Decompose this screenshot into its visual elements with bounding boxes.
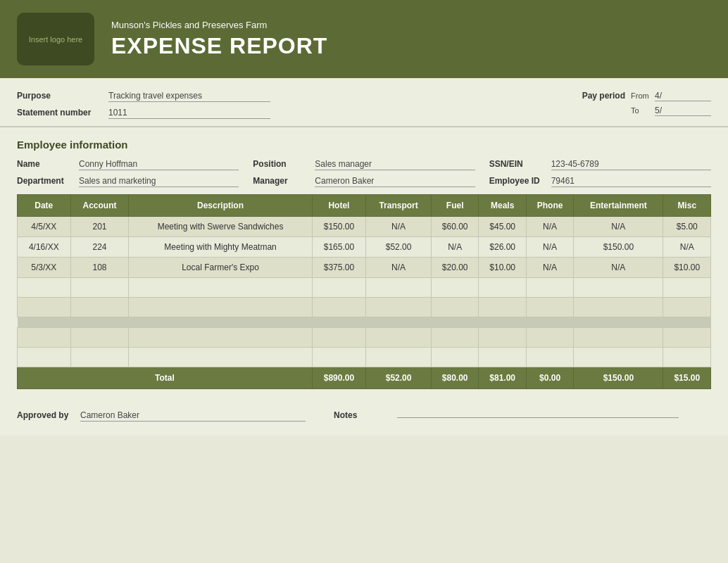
col-account: Account bbox=[70, 195, 129, 217]
table-row: 4/16/XX 224 Meeting with Mighty Meatman … bbox=[18, 237, 711, 258]
purpose-row: Purpose Tracking travel expenses bbox=[17, 91, 270, 102]
meta-section: Purpose Tracking travel expenses Stateme… bbox=[0, 78, 728, 127]
department-label: Department bbox=[17, 176, 73, 186]
row1-misc: $5.00 bbox=[663, 217, 711, 237]
row1-account: 201 bbox=[70, 217, 129, 237]
employee-id-label: Employee ID bbox=[489, 176, 546, 186]
department-value: Sales and marketing bbox=[79, 176, 239, 187]
row1-description: Meeting with Swerve Sandwiches bbox=[129, 217, 312, 237]
row1-entertainment: N/A bbox=[574, 217, 663, 237]
statement-row: Statement number 1011 bbox=[17, 108, 270, 119]
row1-meals: $45.00 bbox=[479, 217, 526, 237]
row2-meals: $26.00 bbox=[479, 237, 526, 258]
employee-col-2: Position Sales manager Manager Cameron B… bbox=[253, 159, 475, 187]
row2-fuel: N/A bbox=[431, 237, 478, 258]
col-date: Date bbox=[18, 195, 71, 217]
total-entertainment: $150.00 bbox=[574, 367, 663, 389]
row3-account: 108 bbox=[70, 258, 129, 278]
approved-by-row: Approved by Cameron Baker bbox=[17, 410, 306, 422]
col-fuel: Fuel bbox=[431, 195, 478, 217]
row2-phone: N/A bbox=[526, 237, 573, 258]
from-label: From bbox=[631, 91, 651, 100]
statement-label: Statement number bbox=[17, 108, 101, 118]
table-row: 5/3/XX 108 Local Farmer's Expo $375.00 N… bbox=[18, 258, 711, 278]
to-value: 5/ bbox=[655, 106, 711, 116]
empty-row bbox=[18, 328, 711, 348]
row3-misc: $10.00 bbox=[663, 258, 711, 278]
row2-date: 4/16/XX bbox=[18, 237, 71, 258]
page-header: Insert logo here Munson's Pickles and Pr… bbox=[0, 0, 728, 78]
total-misc: $15.00 bbox=[663, 367, 711, 389]
total-fuel: $80.00 bbox=[431, 367, 478, 389]
notes-row: Notes bbox=[334, 410, 679, 422]
table-body: 4/5/XX 201 Meeting with Swerve Sandwiche… bbox=[18, 217, 711, 367]
row3-date: 5/3/XX bbox=[18, 258, 71, 278]
total-label: Total bbox=[18, 367, 313, 389]
report-title: EXPENSE REPORT bbox=[111, 33, 327, 59]
name-label: Name bbox=[17, 159, 73, 169]
col-phone: Phone bbox=[526, 195, 573, 217]
header-text: Munson's Pickles and Preserves Farm EXPE… bbox=[111, 20, 327, 59]
header-row: Date Account Description Hotel Transport… bbox=[18, 195, 711, 217]
row1-hotel: $150.00 bbox=[312, 217, 366, 237]
position-row: Position Sales manager bbox=[253, 159, 475, 170]
total-phone: $0.00 bbox=[526, 367, 573, 389]
row1-phone: N/A bbox=[526, 217, 573, 237]
row3-entertainment: N/A bbox=[574, 258, 663, 278]
total-hotel: $890.00 bbox=[312, 367, 366, 389]
statement-value: 1011 bbox=[108, 108, 270, 119]
name-value: Conny Hoffman bbox=[79, 159, 239, 170]
approved-by-value: Cameron Baker bbox=[80, 410, 306, 422]
logo-placeholder: Insert logo here bbox=[17, 13, 94, 65]
row3-transport: N/A bbox=[366, 258, 432, 278]
row1-transport: N/A bbox=[366, 217, 432, 237]
to-label: To bbox=[631, 106, 651, 115]
from-value: 4/ bbox=[655, 91, 711, 101]
col-meals: Meals bbox=[479, 195, 526, 217]
purpose-value: Tracking travel expenses bbox=[108, 91, 270, 102]
from-row: From 4/ bbox=[631, 91, 711, 101]
row3-fuel: $20.00 bbox=[431, 258, 478, 278]
row1-fuel: $60.00 bbox=[431, 217, 478, 237]
position-label: Position bbox=[253, 159, 309, 169]
row2-misc: N/A bbox=[663, 237, 711, 258]
ssn-label: SSN/EIN bbox=[489, 159, 546, 169]
employee-id-row: Employee ID 79461 bbox=[489, 176, 711, 187]
employee-col-1: Name Conny Hoffman Department Sales and … bbox=[17, 159, 239, 187]
employee-grid: Name Conny Hoffman Department Sales and … bbox=[17, 159, 711, 187]
notes-value bbox=[397, 417, 679, 418]
separator-row bbox=[18, 317, 711, 328]
meta-left: Purpose Tracking travel expenses Stateme… bbox=[17, 91, 270, 119]
manager-value: Cameron Baker bbox=[315, 176, 475, 187]
totals-row: Total $890.00 $52.00 $80.00 $81.00 $0.00… bbox=[18, 367, 711, 389]
row2-transport: $52.00 bbox=[366, 237, 432, 258]
purpose-label: Purpose bbox=[17, 91, 101, 101]
empty-row bbox=[18, 348, 711, 367]
row1-date: 4/5/XX bbox=[18, 217, 71, 237]
manager-row: Manager Cameron Baker bbox=[253, 176, 475, 187]
expense-table: Date Account Description Hotel Transport… bbox=[17, 194, 711, 389]
col-transport: Transport bbox=[366, 195, 432, 217]
footer-section: Approved by Cameron Baker Notes bbox=[0, 389, 728, 436]
row2-hotel: $165.00 bbox=[312, 237, 366, 258]
row3-description: Local Farmer's Expo bbox=[129, 258, 312, 278]
pay-period-label: Pay period bbox=[582, 91, 625, 101]
row2-entertainment: $150.00 bbox=[574, 237, 663, 258]
row3-meals: $10.00 bbox=[479, 258, 526, 278]
employee-id-value: 79461 bbox=[551, 176, 711, 187]
row2-description: Meeting with Mighty Meatman bbox=[129, 237, 312, 258]
row3-phone: N/A bbox=[526, 258, 573, 278]
name-row: Name Conny Hoffman bbox=[17, 159, 239, 170]
col-entertainment: Entertainment bbox=[574, 195, 663, 217]
total-meals: $81.00 bbox=[479, 367, 526, 389]
col-description: Description bbox=[129, 195, 312, 217]
empty-row bbox=[18, 298, 711, 317]
table-footer: Total $890.00 $52.00 $80.00 $81.00 $0.00… bbox=[18, 367, 711, 389]
expense-table-section: Date Account Description Hotel Transport… bbox=[0, 194, 728, 389]
table-row: 4/5/XX 201 Meeting with Swerve Sandwiche… bbox=[18, 217, 711, 237]
employee-section-title: Employee information bbox=[17, 139, 711, 151]
pay-period-values: From 4/ To 5/ bbox=[631, 91, 711, 116]
ssn-value: 123-45-6789 bbox=[551, 159, 711, 170]
col-misc: Misc bbox=[663, 195, 711, 217]
to-row: To 5/ bbox=[631, 106, 711, 116]
